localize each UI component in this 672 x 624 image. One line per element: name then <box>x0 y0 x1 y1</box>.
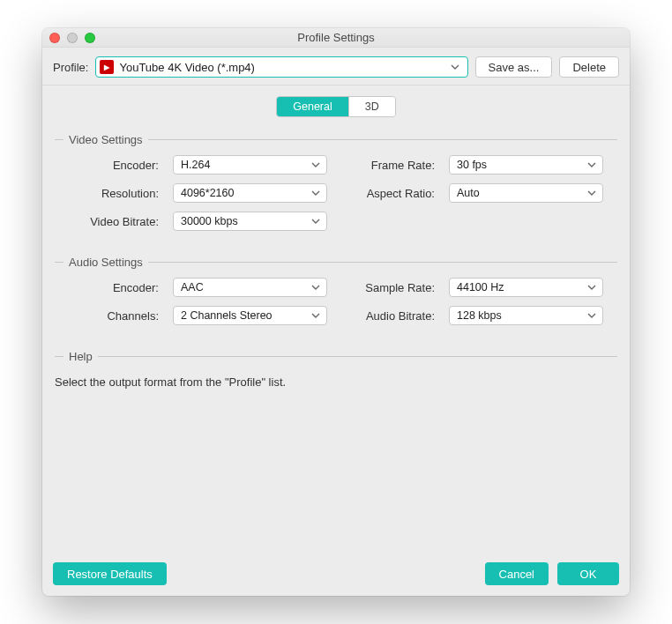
ok-button[interactable]: OK <box>557 562 619 585</box>
audio-settings-heading: Audio Settings <box>69 256 143 269</box>
content-area: General 3D Video Settings Encoder: H.264… <box>42 85 630 553</box>
resolution-select[interactable]: 4096*2160 <box>173 183 327 203</box>
tab-general[interactable]: General <box>277 97 347 116</box>
channels-value: 2 Channels Stereo <box>181 309 309 322</box>
help-heading: Help <box>69 350 93 363</box>
chevron-down-icon <box>309 214 323 228</box>
chevron-down-icon <box>309 158 323 172</box>
audio-bitrate-select[interactable]: 128 kbps <box>449 306 603 325</box>
audio-settings-group: Audio Settings Encoder: AAC Sample Rate:… <box>55 256 617 325</box>
video-settings-heading: Video Settings <box>69 133 143 146</box>
profile-settings-window: Profile Settings Profile: ▶ YouTube 4K V… <box>42 28 630 596</box>
chevron-down-icon <box>448 60 462 74</box>
resolution-label: Resolution: <box>55 187 161 200</box>
aspect-ratio-value: Auto <box>457 187 585 199</box>
video-encoder-select[interactable]: H.264 <box>173 155 327 175</box>
framerate-select[interactable]: 30 fps <box>449 155 603 175</box>
chevron-down-icon <box>309 280 323 294</box>
save-as-button[interactable]: Save as... <box>475 56 553 78</box>
samplerate-value: 44100 Hz <box>457 281 585 293</box>
profile-select[interactable]: ▶ YouTube 4K Video (*.mp4) <box>95 56 467 78</box>
audio-encoder-label: Encoder: <box>55 281 161 294</box>
tab-3d[interactable]: 3D <box>348 97 395 116</box>
framerate-value: 30 fps <box>457 159 585 171</box>
minimize-window-button[interactable] <box>67 33 78 43</box>
audio-bitrate-value: 128 kbps <box>457 309 585 322</box>
chevron-down-icon <box>585 308 599 323</box>
aspect-ratio-select[interactable]: Auto <box>449 183 603 203</box>
samplerate-label: Sample Rate: <box>340 281 437 294</box>
window-controls <box>49 33 95 43</box>
footer: Restore Defaults Cancel OK <box>42 553 630 596</box>
video-bitrate-select[interactable]: 30000 kbps <box>173 212 327 231</box>
chevron-down-icon <box>585 158 599 172</box>
video-bitrate-value: 30000 kbps <box>181 215 309 227</box>
profile-label: Profile: <box>53 61 88 74</box>
help-text: Select the output format from the "Profi… <box>55 372 617 389</box>
restore-defaults-button[interactable]: Restore Defaults <box>53 562 167 585</box>
audio-bitrate-label: Audio Bitrate: <box>340 309 437 323</box>
framerate-label: Frame Rate: <box>340 159 437 172</box>
chevron-down-icon <box>309 308 323 323</box>
channels-label: Channels: <box>55 309 161 323</box>
help-group: Help Select the output format from the "… <box>55 350 617 389</box>
audio-encoder-value: AAC <box>181 281 309 293</box>
video-encoder-value: H.264 <box>181 159 309 171</box>
chevron-down-icon <box>309 186 323 200</box>
cancel-button[interactable]: Cancel <box>485 562 549 585</box>
titlebar: Profile Settings <box>42 28 630 48</box>
tab-switcher: General 3D <box>55 96 617 117</box>
delete-button[interactable]: Delete <box>559 56 619 78</box>
video-encoder-label: Encoder: <box>55 159 161 172</box>
profile-value: YouTube 4K Video (*.mp4) <box>119 61 442 74</box>
chevron-down-icon <box>585 280 599 294</box>
samplerate-select[interactable]: 44100 Hz <box>449 278 603 297</box>
video-settings-group: Video Settings Encoder: H.264 Frame Rate… <box>55 133 617 231</box>
zoom-window-button[interactable] <box>85 33 95 43</box>
channels-select[interactable]: 2 Channels Stereo <box>173 306 327 325</box>
youtube-icon: ▶ <box>100 60 114 74</box>
aspect-ratio-label: Aspect Ratio: <box>340 187 437 200</box>
audio-encoder-select[interactable]: AAC <box>173 278 327 297</box>
close-window-button[interactable] <box>49 33 60 43</box>
profile-toolbar: Profile: ▶ YouTube 4K Video (*.mp4) Save… <box>42 48 630 85</box>
chevron-down-icon <box>585 186 599 200</box>
video-bitrate-label: Video Bitrate: <box>55 215 161 228</box>
resolution-value: 4096*2160 <box>181 187 309 199</box>
window-title: Profile Settings <box>42 31 630 44</box>
